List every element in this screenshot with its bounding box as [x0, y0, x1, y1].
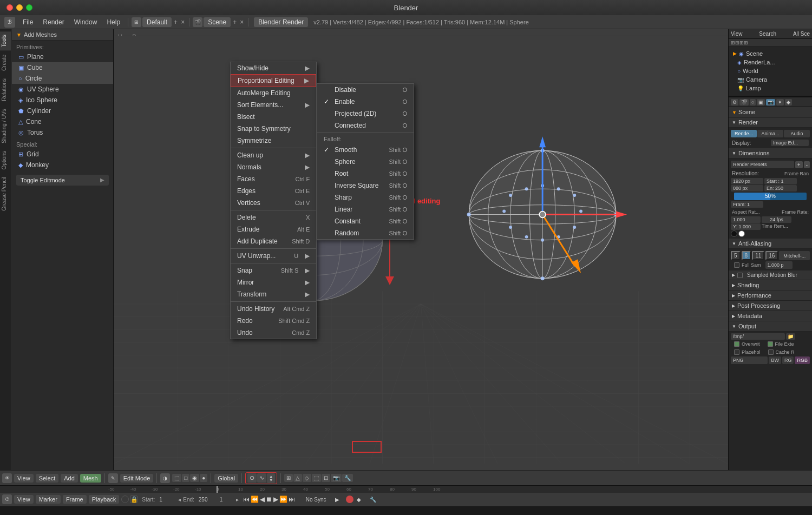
sidebar-item-cone[interactable]: △ Cone: [12, 116, 113, 127]
tree-camera[interactable]: 📷 Camera: [731, 75, 810, 84]
render-tab-render[interactable]: Rende...: [731, 130, 757, 137]
aa-11-btn[interactable]: 11: [752, 251, 764, 260]
audio-sync-btn[interactable]: ▶: [333, 496, 342, 504]
menu-file[interactable]: File: [18, 17, 37, 27]
snap-icon7[interactable]: 🔧: [342, 474, 353, 482]
aa-section-header[interactable]: ▼ Anti-Aliasing: [729, 239, 812, 249]
end-frame-input[interactable]: [197, 496, 215, 503]
shading-section-header[interactable]: ▶ Shading: [729, 280, 812, 290]
plus-btn[interactable]: +: [795, 161, 803, 168]
jump-end-btn[interactable]: ⏭: [289, 496, 295, 503]
stop-btn[interactable]: ⏹: [266, 496, 272, 503]
lock-icon[interactable]: 🔒: [130, 496, 137, 503]
render-presets-btn[interactable]: Render Presets: [731, 161, 794, 168]
anim-settings-btn[interactable]: 🔧: [370, 497, 376, 503]
add-meshes-title[interactable]: ▼ Add Meshes: [12, 29, 113, 41]
close-button[interactable]: [6, 4, 13, 11]
rg-btn[interactable]: RG: [782, 356, 794, 364]
res-y-input[interactable]: [731, 185, 763, 192]
next-frame-btn[interactable]: ▸: [236, 497, 239, 503]
render-tab-audio[interactable]: Audio: [784, 130, 810, 137]
viewport[interactable]: User Persp: [114, 29, 728, 470]
snap-icon2[interactable]: △: [293, 474, 302, 482]
minus-btn[interactable]: -: [804, 161, 810, 168]
mode-icon-2[interactable]: □: [182, 474, 189, 482]
close-scene-btn[interactable]: ×: [239, 18, 245, 26]
no-sync-btn[interactable]: No Sync: [302, 496, 331, 504]
cm-clean-up[interactable]: Clean up▶: [231, 149, 316, 161]
jump-start-btn[interactable]: ⏮: [243, 496, 250, 503]
cm-bisect[interactable]: Bisect: [231, 111, 316, 123]
close-workspace-btn[interactable]: ×: [180, 18, 186, 26]
file-ext-checkbox[interactable]: File Exte: [764, 340, 797, 348]
rgb-btn[interactable]: RGB: [795, 356, 810, 364]
tree-scene[interactable]: ▶ ◉ Scene: [731, 49, 810, 58]
edit-mode-btn[interactable]: Edit Mode: [120, 474, 154, 483]
sub-sharp[interactable]: Sharp Shift O: [317, 192, 414, 203]
post-processing-section-header[interactable]: ▶ Post Processing: [729, 301, 812, 311]
sub-smooth[interactable]: ✓Smooth Shift O: [317, 144, 414, 156]
toggle-editmode-btn[interactable]: Toggle Editmode ▶: [16, 175, 109, 186]
sidebar-item-monkey[interactable]: ◆ Monkey: [12, 160, 113, 170]
start-frame-input[interactable]: [157, 496, 176, 503]
timeline-playback-btn[interactable]: Playback: [89, 495, 120, 504]
menu-help[interactable]: Help: [102, 17, 125, 27]
aa-filter-btn[interactable]: Mitchell-...: [779, 251, 810, 260]
snap-icon3[interactable]: ◇: [303, 474, 311, 482]
props-icon-4[interactable]: ▣: [757, 99, 765, 105]
view-btn[interactable]: View: [731, 31, 743, 37]
cm-snap-symmetry[interactable]: Snap to Symmetry: [231, 123, 316, 135]
cm-extrude[interactable]: ExtrudeAlt E: [231, 223, 316, 235]
global-btn[interactable]: Global: [214, 474, 238, 483]
cm-snap[interactable]: SnapShift S▶: [231, 265, 316, 276]
sub-connected[interactable]: Connected O: [317, 120, 414, 131]
dimensions-section-header[interactable]: ▼ Dimensions: [729, 148, 812, 159]
timeline-icon[interactable]: ⏱: [2, 494, 12, 504]
sub-disable[interactable]: Disable O: [317, 84, 414, 96]
sub-constant[interactable]: Constant Shift O: [317, 215, 414, 227]
prop-edit-icon2[interactable]: ∿: [257, 473, 266, 483]
cm-sort-elements[interactable]: Sort Elements...▶: [231, 99, 316, 111]
sidebar-item-plane[interactable]: ▭ Plane: [12, 51, 113, 62]
timeline-view-btn[interactable]: View: [14, 495, 34, 504]
mode-icon-3[interactable]: ◉: [190, 474, 199, 482]
mesh-btn[interactable]: Mesh: [80, 474, 101, 483]
overwrite-checkbox[interactable]: Overwrit: [731, 340, 763, 348]
cm-redo[interactable]: RedoShift Cmd Z: [231, 315, 316, 327]
view-btn[interactable]: View: [14, 474, 34, 483]
sub-linear[interactable]: Linear Shift O: [317, 203, 414, 215]
props-icon-render[interactable]: 📷: [766, 99, 775, 105]
cm-uv-unwrap[interactable]: UV Unwrap...U▶: [231, 250, 316, 262]
snap-icon4[interactable]: ⬚: [312, 474, 321, 482]
props-icon-2[interactable]: 🎬: [739, 99, 749, 105]
cm-proportional-editing[interactable]: Proportional Editing▶: [231, 74, 316, 87]
aa-8-btn[interactable]: 8: [742, 251, 751, 260]
output-folder-icon[interactable]: 📁: [786, 333, 795, 340]
cm-delete[interactable]: DeleteX: [231, 212, 316, 223]
viewport-shading-icon[interactable]: ◑: [160, 473, 170, 483]
display-value-btn[interactable]: Image Ed...: [771, 140, 809, 146]
props-icon-1[interactable]: ⚙: [731, 99, 738, 105]
sub-random[interactable]: Random Shift O: [317, 227, 414, 239]
props-icon-6[interactable]: ◆: [785, 99, 792, 105]
cm-normals[interactable]: Normals▶: [231, 161, 316, 173]
record-btn[interactable]: [346, 496, 353, 503]
menu-render[interactable]: Render: [38, 17, 68, 27]
viewport-icon-btn[interactable]: 👁: [2, 473, 12, 483]
render-engine-selector[interactable]: Blender Render: [254, 17, 308, 27]
render-tab-anima[interactable]: Anima...: [757, 130, 783, 137]
aa-16-btn[interactable]: 16: [765, 251, 778, 260]
timeline-frame-btn[interactable]: Frame: [63, 495, 87, 504]
cm-edges[interactable]: EdgesCtrl E: [231, 185, 316, 197]
search-btn[interactable]: Search: [759, 31, 776, 37]
end-input[interactable]: [764, 185, 797, 192]
tab-create[interactable]: Create: [0, 51, 11, 74]
snap-icon5[interactable]: ⊡: [322, 474, 330, 482]
minimize-button[interactable]: [16, 4, 23, 11]
play-back-btn[interactable]: ◀: [260, 496, 265, 503]
motion-blur-section-header[interactable]: ▶ Sampled Motion Blur: [729, 270, 812, 280]
add-btn[interactable]: Add: [61, 474, 78, 483]
all-scenes-btn[interactable]: All Sce: [793, 31, 810, 37]
tree-world[interactable]: ○ World: [731, 67, 810, 75]
aspect-y-input[interactable]: [731, 223, 761, 230]
